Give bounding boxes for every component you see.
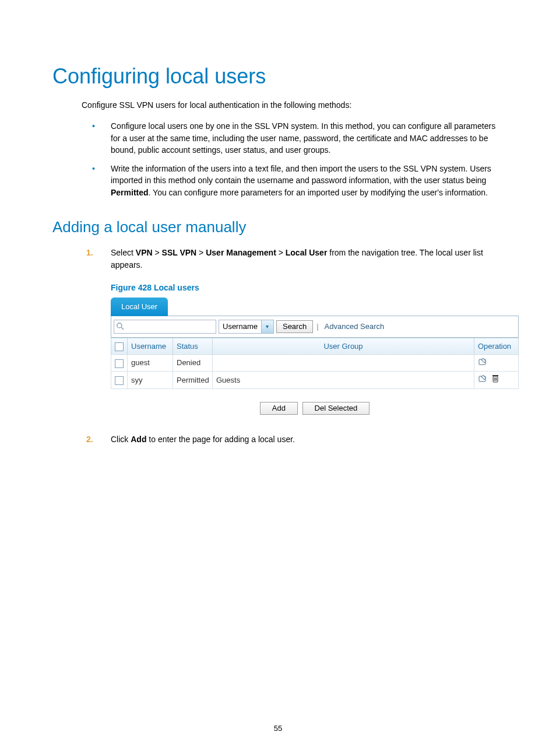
delete-icon[interactable] [492,374,499,386]
figure-local-users: Local User Username ▾ Search | Advanced … [111,298,519,415]
gt: > [196,248,206,257]
table-row: guest Denied [111,355,519,372]
dropdown-value: Username [219,321,261,332]
nav-localuser: Local User [286,248,328,257]
search-bar: Username ▾ Search | Advanced Search [111,316,519,338]
svg-point-0 [117,323,122,328]
chevron-down-icon[interactable]: ▾ [261,320,273,333]
t: to enter the page for adding a local use… [146,435,295,444]
t: Select [111,248,136,257]
cell-status: Permitted [173,372,213,388]
edit-icon[interactable] [478,374,487,386]
button-row: Add Del Selected [111,389,519,415]
gt: > [153,248,162,257]
list-item: Configure local users one by one in the … [82,117,506,159]
advanced-search-link[interactable]: Advanced Search [322,321,385,332]
col-usergroup[interactable]: User Group [213,338,474,355]
row-checkbox[interactable] [115,359,124,368]
search-icon [117,323,124,330]
table-header-row: Username Status User Group Operation [111,338,519,355]
cell-group: Guests [213,372,474,388]
cell-operation [474,372,519,388]
search-input[interactable] [114,320,216,334]
step2-text: Click Add to enter the page for adding a… [111,435,295,444]
cell-status: Denied [173,355,213,372]
intro-text: Configure SSL VPN users for local authen… [82,99,506,111]
table-row: syy Permitted Guests [111,372,519,388]
bullet2-head: Write the information of the users into … [111,164,491,185]
svg-line-1 [121,327,124,330]
step1-text: Select VPN > SSL VPN > User Management >… [111,248,483,270]
add-bold: Add [131,435,146,444]
search-field-dropdown[interactable]: Username ▾ [219,320,274,334]
page-title: Configuring local users [52,64,506,89]
add-button[interactable]: Add [260,402,298,415]
tab-local-user[interactable]: Local User [111,298,168,316]
page-number: 55 [0,724,556,733]
figure-caption: Figure 428 Local users [111,282,506,294]
edit-icon[interactable] [478,358,487,369]
cell-username: guest [128,355,173,372]
list-item: Write the information of the users into … [82,159,506,202]
t: Click [111,435,131,444]
gt: > [276,248,286,257]
bullet2-bold: Permitted [111,188,149,197]
del-selected-button[interactable]: Del Selected [302,402,370,415]
svg-rect-5 [492,375,498,376]
step-list: 1. Select VPN > SSL VPN > User Managemen… [82,244,506,448]
step-number: 1. [86,247,93,259]
search-button[interactable]: Search [276,320,313,333]
bullet-list: Configure local users one by one in the … [82,117,506,202]
users-table: Username Status User Group Operation gue… [111,338,519,389]
select-all-checkbox[interactable] [115,342,124,351]
nav-vpn: VPN [136,248,153,257]
col-username[interactable]: Username [128,338,173,355]
step-number: 2. [86,433,93,446]
separator: | [315,321,319,332]
row-checkbox[interactable] [115,376,124,385]
step-2: 2. Click Add to enter the page for addin… [82,431,506,448]
col-status[interactable]: Status [173,338,213,355]
nav-usermgmt: User Management [206,248,276,257]
step-1: 1. Select VPN > SSL VPN > User Managemen… [82,244,506,417]
bullet2-tail: . You can configure more parameters for … [149,188,488,197]
cell-operation [474,355,519,372]
nav-sslvpn: SSL VPN [162,248,197,257]
cell-username: syy [128,372,173,388]
cell-group [213,355,474,372]
tab-spacer [168,315,519,316]
section-title: Adding a local user manually [52,218,506,236]
col-operation: Operation [474,338,519,355]
